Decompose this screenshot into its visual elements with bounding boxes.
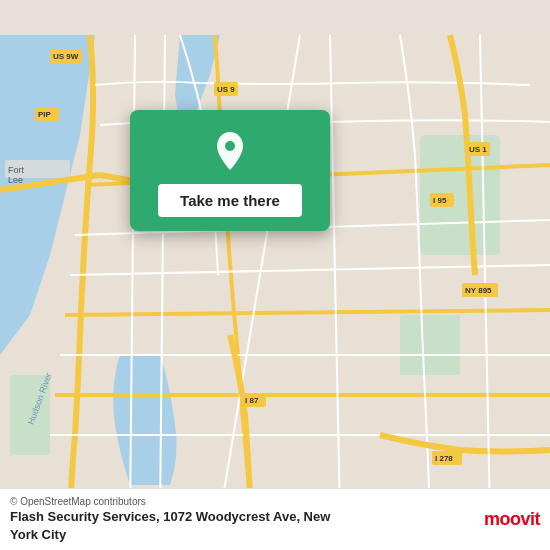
svg-text:Lee: Lee: [8, 175, 23, 185]
svg-text:Fort: Fort: [8, 165, 25, 175]
svg-text:I 95: I 95: [433, 196, 447, 205]
svg-text:US 9: US 9: [217, 85, 235, 94]
svg-rect-4: [400, 315, 460, 375]
bottom-bar: © OpenStreetMap contributors Flash Secur…: [0, 488, 550, 550]
svg-text:I 278: I 278: [435, 454, 453, 463]
osm-credit: © OpenStreetMap contributors: [10, 496, 330, 507]
svg-text:NY 895: NY 895: [465, 286, 492, 295]
location-card: Take me there: [130, 110, 330, 231]
moovit-logo: moovit: [484, 509, 540, 530]
map-container: Fort Lee Hudson River: [0, 0, 550, 550]
svg-text:US 1: US 1: [469, 145, 487, 154]
svg-text:US 9W: US 9W: [53, 52, 79, 61]
location-name-container: Flash Security Services, 1072 Woodycrest…: [10, 507, 330, 543]
location-name: Flash Security Services, 1072 Woodycrest…: [10, 509, 330, 524]
map-background: Fort Lee Hudson River: [0, 0, 550, 550]
bottom-left-info: © OpenStreetMap contributors Flash Secur…: [10, 496, 330, 543]
svg-point-39: [225, 141, 235, 151]
svg-text:PIP: PIP: [38, 110, 52, 119]
take-me-there-button[interactable]: Take me there: [158, 184, 302, 217]
svg-text:I 87: I 87: [245, 396, 259, 405]
moovit-brand-text: moovit: [484, 509, 540, 530]
location-pin-icon: [207, 128, 253, 174]
location-name-line2: York City: [10, 527, 66, 542]
